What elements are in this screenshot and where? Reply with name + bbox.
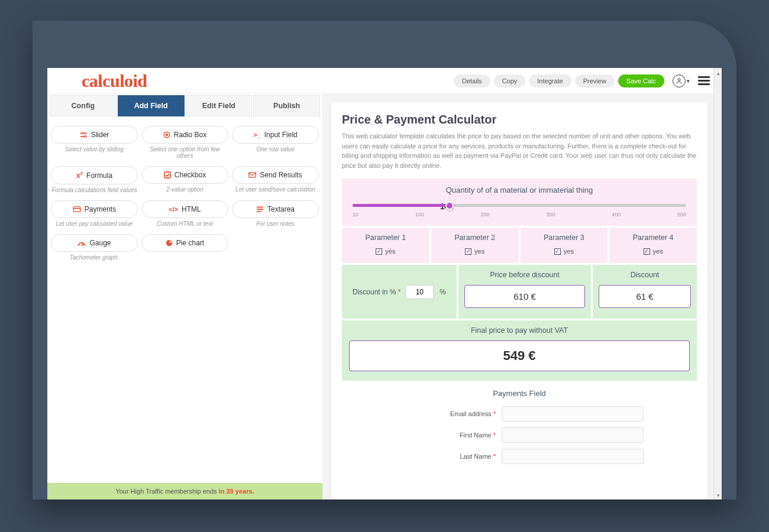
membership-footer: Your High Traffic membership ends in 20 … [47, 483, 322, 499]
field-cell-radio-box: Radio BoxSelect one option from few othe… [141, 126, 228, 159]
preview-button[interactable]: Preview [575, 74, 615, 87]
scroll-down-arrow[interactable]: ▾ [716, 492, 720, 497]
price-row: Discount in % * % Price before discount … [342, 265, 697, 319]
tab-add-field[interactable]: Add Field [118, 95, 185, 116]
parameter-checkbox[interactable]: ✓yes [344, 248, 427, 255]
first-name-input[interactable] [502, 427, 644, 443]
calculator-title: Price & Payment Calculator [342, 113, 697, 126]
lines-icon [256, 206, 264, 212]
field-button-send-results[interactable]: Send Results [232, 166, 319, 184]
copy-button[interactable]: Copy [494, 74, 526, 87]
quantity-slider-block: Quantity of of a material or immaterial … [342, 179, 697, 226]
field-label: Slider [91, 131, 109, 139]
app-window: ▴ ▾ calculoid Details Copy Integrate Pre… [47, 68, 722, 499]
svg-point-6 [166, 134, 168, 136]
field-type-grid: SliderSelect value by slidingRadio BoxSe… [47, 116, 322, 270]
field-description: Let user sand/save calculation [232, 186, 319, 193]
email-row: Email address * [342, 406, 697, 421]
slider-fill [353, 204, 450, 207]
footer-accent: in 20 years. [219, 488, 254, 495]
last-name-input[interactable] [502, 449, 644, 464]
field-description: Let user pay calculated value [51, 220, 138, 227]
parameters-row: Parameter 1✓yesParameter 2✓yesParameter … [342, 228, 697, 263]
field-label: Pie chart [176, 239, 204, 247]
quantity-slider[interactable]: 140 10100200300400500 [347, 204, 692, 221]
tab-edit-field[interactable]: Edit Field [186, 95, 253, 116]
field-button-pie-chart[interactable]: Pie chart [141, 234, 228, 252]
field-button-checkbox[interactable]: Checkbox [141, 166, 228, 184]
parameter-title: Parameter 2 [434, 233, 516, 242]
integrate-button[interactable]: Integrate [529, 74, 571, 87]
code-icon: </> [169, 206, 178, 213]
check-icon: ✓ [376, 248, 382, 255]
hamburger-menu[interactable] [698, 74, 710, 87]
email-label: Email address * [395, 410, 496, 417]
field-button-gauge[interactable]: Gauge [51, 234, 138, 252]
field-label: HTML [182, 205, 201, 213]
check-icon: ✓ [644, 248, 650, 255]
slider-tick: 400 [612, 212, 621, 218]
field-description: For user notes [232, 220, 319, 227]
svg-point-2 [81, 132, 83, 134]
field-button-textarea[interactable]: Textarea [232, 200, 319, 218]
slider-tick: 300 [546, 212, 555, 218]
field-cell-gauge: GaugeTachometer graph. [51, 234, 138, 261]
field-description: Select one option from few others [141, 146, 228, 159]
tab-publish[interactable]: Publish [253, 95, 320, 116]
field-label: Input Field [264, 131, 298, 139]
svg-point-4 [84, 135, 86, 137]
slider-thumb[interactable] [445, 202, 454, 210]
vertical-scrollbar[interactable]: ▴ ▾ [713, 68, 722, 499]
radio-icon [163, 131, 170, 138]
field-button-radio-box[interactable]: Radio Box [141, 126, 228, 144]
parameter-title: Parameter 4 [612, 233, 694, 242]
field-description: Select value by sliding [51, 146, 138, 153]
parameter-checkbox[interactable]: ✓yes [434, 248, 516, 255]
email-input[interactable] [502, 406, 644, 421]
details-button[interactable]: Details [454, 74, 490, 87]
field-cell-payments: PaymentsLet user pay calculated value [51, 200, 138, 227]
check-icon: ✓ [465, 248, 471, 255]
logo: calculoid [56, 71, 147, 91]
save-calc-button[interactable]: Save Calc [618, 74, 664, 87]
scroll-up-arrow[interactable]: ▴ [716, 70, 720, 75]
footer-text: Your High Traffic membership ends [115, 488, 218, 495]
outer-frame: ▴ ▾ calculoid Details Copy Integrate Pre… [33, 21, 736, 499]
field-description: Tachometer graph. [51, 254, 138, 261]
quantity-label: Quantity of of a material or immaterial … [347, 186, 692, 194]
topbar: calculoid Details Copy Integrate Preview… [47, 68, 722, 94]
field-button-input-field[interactable]: >_Input Field [232, 126, 319, 144]
discount-value-cell: Discount 61 € [593, 265, 697, 319]
discount-label: Discount in % * [353, 288, 400, 296]
field-description: Formula calculations field values [51, 187, 138, 193]
slider-ticks: 10100200300400500 [353, 212, 686, 218]
check-icon: ✓ [554, 248, 561, 255]
field-label: Gauge [89, 239, 111, 247]
field-cell-pie-chart: Pie chart [141, 234, 228, 261]
field-button-formula[interactable]: x2Formula [51, 166, 138, 184]
parameter-checkbox[interactable]: ✓yes [523, 248, 606, 255]
svg-point-0 [678, 79, 680, 81]
field-cell-textarea: TextareaFor user notes [232, 200, 319, 227]
percent-sign: % [440, 288, 446, 296]
field-button-slider[interactable]: Slider [51, 126, 138, 144]
field-cell-send-results: Send ResultsLet user sand/save calculati… [232, 166, 319, 193]
tab-config[interactable]: Config [50, 95, 117, 116]
field-description: 2-value option [141, 186, 228, 193]
field-cell-input-field: >_Input FieldOne row value [232, 126, 319, 159]
discount-input[interactable] [405, 285, 434, 299]
check-icon [164, 171, 171, 179]
field-label: Formula [86, 171, 112, 180]
field-label: Payments [85, 205, 116, 213]
slider-tick: 500 [677, 212, 686, 218]
body: Config Add Field Edit Field Publish Slid… [47, 94, 722, 499]
field-button-html[interactable]: </>HTML [141, 200, 228, 218]
terminal-icon: >_ [253, 131, 261, 138]
slider-tick: 10 [353, 212, 358, 218]
mail-icon [248, 172, 256, 178]
parameter-checkbox[interactable]: ✓yes [612, 248, 694, 255]
user-menu[interactable] [673, 74, 686, 87]
left-panel: Config Add Field Edit Field Publish Slid… [47, 94, 323, 499]
calculator-description: This web calculator template calculates … [342, 131, 697, 170]
field-button-payments[interactable]: Payments [51, 200, 138, 218]
